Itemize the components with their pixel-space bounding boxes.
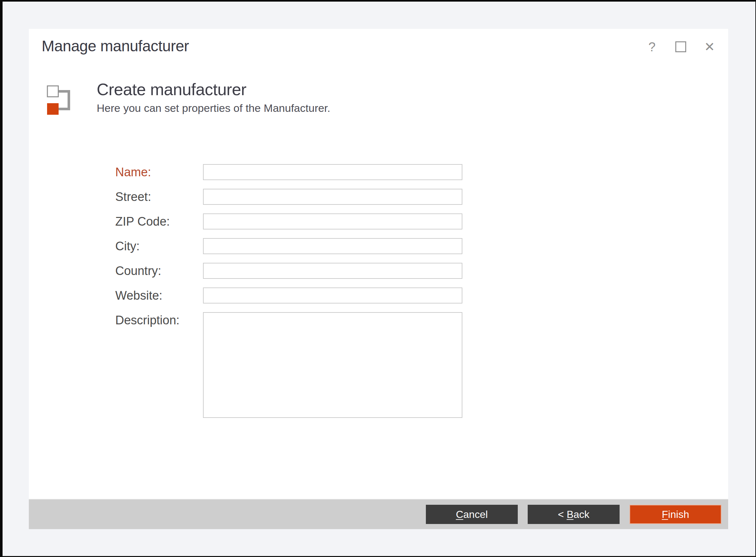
- wizard-header-text: Create manufacturer Here you can set pro…: [97, 80, 330, 115]
- finish-button[interactable]: Finish: [630, 505, 721, 524]
- finish-mnemonic: F: [662, 508, 668, 521]
- form-row-zip-code: ZIP Code:: [115, 213, 464, 230]
- wizard-header: Create manufacturer Here you can set pro…: [46, 80, 330, 115]
- name-label: Name:: [115, 164, 203, 180]
- country-input[interactable]: [203, 263, 462, 279]
- manage-manufacturer-dialog: Manage manufacturer ? ✕ Create manufactu…: [29, 29, 728, 529]
- city-input[interactable]: [203, 238, 462, 254]
- close-button[interactable]: ✕: [702, 38, 717, 55]
- footer-button-bar: Cancel < Back Finish: [29, 499, 728, 529]
- maximize-icon: [675, 41, 686, 52]
- website-label: Website:: [115, 288, 203, 303]
- page-title: Create manufacturer: [97, 80, 330, 99]
- help-button[interactable]: ?: [645, 38, 659, 55]
- cancel-rest: ancel: [463, 508, 488, 521]
- window-title: Manage manufacturer: [42, 36, 189, 56]
- description-textarea[interactable]: [203, 312, 462, 418]
- page-subtitle: Here you can set properties of the Manuf…: [97, 101, 330, 115]
- form-row-city: City:: [115, 238, 464, 254]
- maximize-button[interactable]: [674, 38, 688, 55]
- manufacturer-icon: [46, 85, 72, 115]
- zip-code-input[interactable]: [203, 213, 462, 230]
- street-input[interactable]: [203, 189, 462, 205]
- back-rest: ack: [573, 508, 590, 521]
- back-mnemonic: B: [567, 508, 573, 521]
- form-row-country: Country:: [115, 263, 464, 279]
- street-label: Street:: [115, 189, 203, 205]
- name-input[interactable]: [203, 164, 462, 180]
- cancel-mnemonic: C: [456, 508, 463, 521]
- desktop-background: Manage manufacturer ? ✕ Create manufactu…: [3, 2, 755, 556]
- back-prefix: <: [558, 508, 567, 521]
- description-label: Description:: [115, 312, 203, 328]
- city-label: City:: [115, 238, 203, 254]
- zip-code-label: ZIP Code:: [115, 213, 203, 230]
- country-label: Country:: [115, 263, 203, 279]
- form-row-name: Name:: [115, 164, 464, 180]
- form-row-description: Description:: [115, 312, 464, 418]
- window-controls: ? ✕: [645, 38, 717, 55]
- form-row-website: Website:: [115, 288, 464, 303]
- manufacturer-form: Name: Street: ZIP Code: City: Country: W: [115, 164, 464, 427]
- finish-rest: inish: [668, 508, 689, 521]
- cancel-button[interactable]: Cancel: [426, 505, 518, 524]
- website-input[interactable]: [203, 288, 462, 303]
- form-row-street: Street:: [115, 189, 464, 205]
- close-icon: ✕: [704, 40, 715, 53]
- help-icon: ?: [649, 40, 656, 53]
- back-button[interactable]: < Back: [528, 505, 620, 524]
